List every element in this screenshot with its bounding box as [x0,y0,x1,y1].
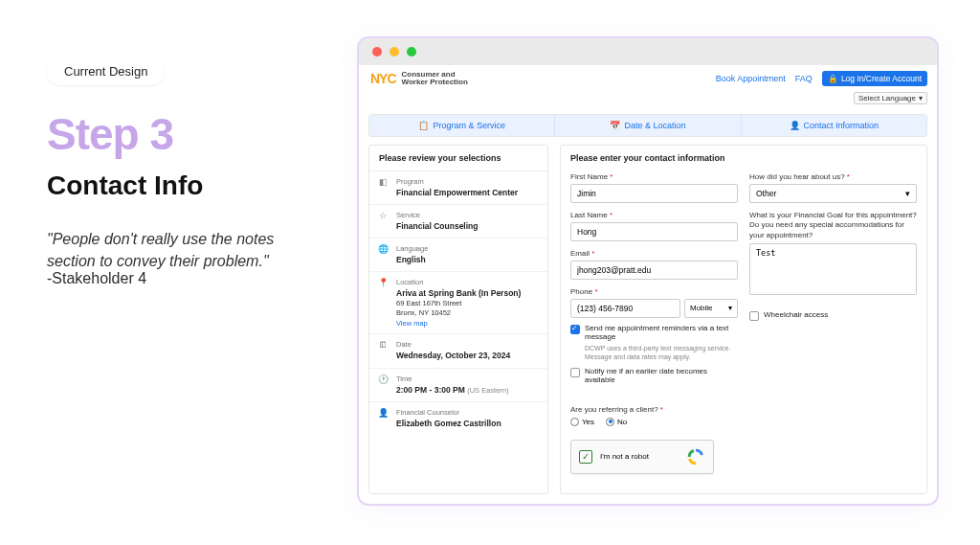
calendar-icon: 🗓 [377,340,389,361]
login-button[interactable]: 🔒 Log In/Create Account [822,71,927,86]
step-3-label: Contact Information [804,121,880,130]
location-line2: 69 East 167th Street [396,299,540,308]
service-value: Financial Counseling [396,221,540,232]
program-value: Financial Empowerment Center [396,188,540,198]
yes-label: Yes [582,418,594,426]
slide-badge: Current Design [47,57,165,85]
nyc-logo: NYC Consumer and Worker Protection [370,71,468,87]
email-label: Email * [570,249,738,258]
nyc-wordmark-icon: NYC [370,71,396,86]
stakeholder-attribution: -Stakeholder 4 [47,270,146,287]
language-value: English [396,255,540,265]
review-title: Please review your selections [369,146,547,171]
review-date: 🗓 Date Wednesday, October 23, 2024 [369,334,547,368]
pin-icon: 📍 [377,278,389,329]
sms-reminders-checkbox[interactable]: Send me appointment reminders via a text… [570,324,738,341]
star-icon: ☆ [377,211,389,232]
phone-label: Phone * [570,287,738,296]
checkbox-icon [570,368,580,377]
step-1-label: Program & Service [433,121,505,130]
hear-about-value: Other [756,189,776,198]
last-name-input[interactable] [570,222,738,241]
slide-subtitle: Contact Info [47,170,203,201]
browser-mock: NYC Consumer and Worker Protection Book … [357,36,939,506]
earlier-date-checkbox[interactable]: Notify me if an earlier date becomes ava… [570,367,738,384]
chevron-down-icon: ▾ [728,304,732,312]
location-value: Ariva at Spring Bank (In Person) [396,288,540,299]
review-service: ☆ Service Financial Counseling [369,205,547,238]
time-value: 2:00 PM - 3:00 PM (US Eastern) [396,385,540,396]
language-label: Language [396,244,540,253]
sms-fineprint: DCWP uses a third-party text messaging s… [585,344,738,361]
clock-icon: 🕑 [377,375,389,396]
faq-link[interactable]: FAQ [795,74,813,83]
review-selections-panel: Please review your selections ◧ Program … [368,145,548,494]
slide-step-number: Step 3 [47,108,173,160]
contact-form-panel: Please enter your contact information Fi… [560,145,927,494]
chevron-down-icon: ▾ [919,94,923,102]
book-appointment-link[interactable]: Book Appointment [716,74,786,83]
financial-goal-textarea[interactable]: Test [749,243,917,295]
phone-type-value: Mobile [690,304,713,312]
hear-about-label: How did you hear about us? * [749,172,917,181]
calendar-icon: 📅 [610,121,620,130]
view-map-link[interactable]: View map [396,319,428,328]
phone-type-select[interactable]: Mobile ▾ [684,299,738,318]
minimize-dot-icon [390,47,399,57]
wheelchair-label: Wheelchair access [764,310,828,319]
counselor-value: Elizabeth Gomez Castrillon [396,419,540,429]
time-label: Time [396,375,540,383]
email-input[interactable] [570,261,738,280]
step-2-label: Date & Location [624,121,685,130]
agency-tagline: Consumer and Worker Protection [402,71,468,87]
earlier-date-label: Notify me if an earlier date becomes ava… [585,367,738,384]
close-dot-icon [372,47,382,57]
no-label: No [617,418,627,426]
progress-stepper: 📋 Program & Service 📅 Date & Location 👤 … [368,114,927,137]
contact-form-title: Please enter your contact information [570,153,917,163]
financial-goal-label: What is your Financial Goal for this app… [749,211,917,240]
first-name-label: First Name * [570,172,738,181]
review-location: 📍 Location Ariva at Spring Bank (In Pers… [369,272,547,335]
person-icon: 👤 [790,121,800,130]
globe-icon: 🌐 [377,244,389,265]
checkbox-icon [749,311,759,321]
review-program: ◧ Program Financial Empowerment Center [369,171,547,205]
date-label: Date [396,340,540,349]
radio-icon [570,418,579,426]
recaptcha-widget[interactable]: ✓ I'm not a robot [570,440,714,474]
location-line3: Bronx, NY 10452 [396,308,540,318]
stakeholder-quote: "People don't really use the notes secti… [47,228,315,272]
checkmark-icon: ✓ [579,450,592,464]
language-selector-label: Select Language [858,94,916,102]
step-date-location[interactable]: 📅 Date & Location [555,115,741,136]
referring-label: Are you referring a client? * [570,405,738,414]
first-name-input[interactable] [570,184,738,203]
service-label: Service [396,211,540,219]
referring-no-radio[interactable]: No [606,418,627,426]
login-label: Log In/Create Account [841,74,922,83]
chevron-down-icon: ▾ [905,189,910,198]
location-label: Location [396,278,540,286]
person-icon: 👤 [377,408,389,429]
language-selector[interactable]: Select Language ▾ [854,92,927,104]
sms-reminders-label: Send me appointment reminders via a text… [585,324,738,341]
program-label: Program [396,177,540,186]
wheelchair-checkbox[interactable]: Wheelchair access [749,310,917,321]
checkbox-icon [570,325,580,334]
recaptcha-logo-icon [686,447,705,466]
referring-yes-radio[interactable]: Yes [570,418,594,426]
date-value: Wednesday, October 23, 2024 [396,351,540,361]
counselor-label: Financial Counselor [396,408,540,417]
clipboard-icon: 📋 [418,121,429,130]
radio-icon [606,418,614,426]
lock-icon: 🔒 [828,74,838,83]
review-language: 🌐 Language English [369,238,547,272]
step-contact-information[interactable]: 👤 Contact Information [742,115,926,136]
window-controls [359,38,937,65]
recaptcha-label: I'm not a robot [600,452,649,461]
hear-about-select[interactable]: Other ▾ [749,184,917,203]
phone-input[interactable] [570,299,680,318]
review-time: 🕑 Time 2:00 PM - 3:00 PM (US Eastern) [369,369,547,402]
step-program-service[interactable]: 📋 Program & Service [369,115,555,136]
